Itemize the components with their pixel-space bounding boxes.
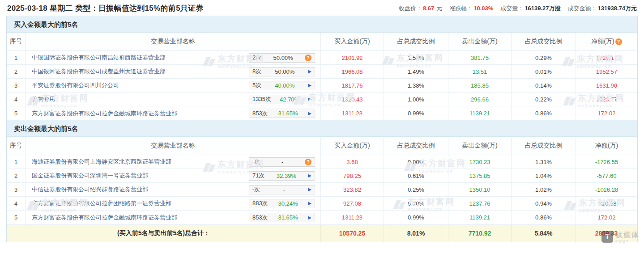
buy-ratio: 1.38% [384,79,448,92]
sell-ratio: 0.22% [512,93,576,106]
net-amount: 1631.90 [576,79,637,92]
branch-cell: 东方财富证券股份有限公司拉萨金融城南环路证券营业部 853次 31.65% ▶ [26,106,321,120]
sell-ratio: 0.14% [512,79,576,92]
stock-stats: 收盘价： 8.67 元 涨跌幅： 10.03% 成交量： 16139.27万股 … [399,4,637,13]
col-header-branch-name: 交易营业部名称 [26,137,321,155]
stat-close-price: 收盘价： 8.67 元 [399,4,442,13]
help-icon[interactable]: ? [615,38,622,45]
branch-cell: 中国银河证券股份有限公司成都益州大道证券营业部 8次 50.00% ▶ [26,65,321,78]
buy-ratio: 0.00% [384,155,448,169]
branch-link[interactable]: 国金证券股份有限公司深圳湾一号证券营业部 [32,172,148,180]
sell-amount: 1350.10 [448,183,512,196]
buy-ratio: 0.70% [384,197,448,210]
buy-ratio: 0.99% [384,106,448,120]
buy-amount: 1966.08 [321,65,384,78]
sell-section-title: 卖出金额最大的前5名 [7,120,637,137]
row-index: 1 [7,51,26,64]
buy-ratio: 0.61% [384,169,448,182]
sell-amount: 296.66 [448,93,512,106]
win-rate: 50.00% [273,55,293,61]
top-bar: 2025-03-18 星期二 类型：日振幅值达到15%的前5只证券 收盘价： 8… [0,0,644,16]
stat-label: 成交量： [500,4,524,13]
table-row: 5 东方财富证券股份有限公司拉萨金融城南环路证券营业部 853次 31.65% … [7,211,637,224]
net-amount: -310.68 [576,197,637,210]
net-amount: 1023.77 [576,93,637,106]
buy-ratio: 1.00% [384,93,448,106]
lhb-stats-badge[interactable]: -次 - ▶ [249,185,315,194]
lhb-stats-badge[interactable]: 853次 31.65% ▶ [249,213,315,222]
appearance-count: 1335次 [252,95,271,103]
expand-arrow-icon[interactable]: ▶ [308,111,311,116]
branch-link[interactable]: 机构专用 [32,95,55,103]
branch-link[interactable]: 中银国际证券股份有限公司南昌站前西路证券营业部 [32,54,166,62]
appearance-count: -次 [252,186,260,194]
table-row: 1 中银国际证券股份有限公司南昌站前西路证券营业部 2次 50.00% ? 21… [7,51,637,65]
buy-amount: 323.82 [321,183,384,196]
row-index: 4 [7,197,26,210]
col-header-net-label: 净额(万) [595,142,618,150]
expand-arrow-icon[interactable]: ▶ [308,215,311,220]
row-index: 4 [7,93,26,106]
lhb-stats-badge[interactable]: 71次 32.39% ▶ [249,171,315,181]
buy-table-header: 序号 交易营业部名称 买入金额(万) 占总成交比例 卖出金额(万) 占总成交比例… [7,33,637,51]
expand-arrow-icon[interactable]: ▶ [308,173,311,178]
col-header-buy-ratio: 占总成交比例 [384,137,448,155]
col-header-buy-amount: 买入金额(万) [321,33,384,51]
page-title: 2025-03-18 星期二 类型：日振幅值达到15%的前5只证券 [7,3,204,13]
stat-label: 收盘价： [399,4,422,13]
stat-label: 涨跌幅： [449,4,473,13]
branch-link[interactable]: 中国银河证券股份有限公司成都益州大道证券营业部 [32,67,166,76]
appearance-count: 853次 [252,214,268,222]
branch-link[interactable]: 海通证券股份有限公司上海静安区北京西路证券营业部 [32,158,171,166]
net-amount: 172.02 [576,211,637,224]
lhb-stats-badge[interactable]: 883次 30.24% ▶ [249,199,315,208]
appearance-count: 883次 [252,199,268,207]
table-row: 2 国金证券股份有限公司深圳湾一号证券营业部 71次 32.39% ▶ 798.… [7,169,637,183]
sell-ratio: 1.04% [512,169,576,182]
expand-arrow-icon[interactable]: ▶ [308,201,311,206]
stat-value: 16139.27万股 [525,4,560,13]
badge-question-icon[interactable]: ? [305,55,311,61]
lhb-stats-badge[interactable]: 8次 50.00% ▶ [249,67,315,76]
expand-arrow-icon[interactable]: ▶ [308,187,311,192]
col-header-buy-ratio: 占总成交比例 [384,33,448,51]
buy-ratio: 1.59% [384,51,448,64]
expand-arrow-icon[interactable]: ▶ [308,97,311,101]
table-row: 5 东方财富证券股份有限公司拉萨金融城南环路证券营业部 853次 31.65% … [7,106,637,120]
sell-amount: 1730.23 [448,155,512,169]
expand-arrow-icon[interactable]: ▶ [308,69,311,74]
col-header-index: 序号 [7,33,26,51]
sell-ratio: 0.29% [512,51,576,64]
stat-value: 8.67 [423,5,434,12]
lhb-stats-badge[interactable]: 5次 40.00% ▶ [249,81,315,90]
sell-amount: 185.85 [448,79,512,92]
branch-link[interactable]: 东方财富证券股份有限公司拉萨金融城南环路证券营业部 [32,214,177,222]
lhb-board: 买入金额最大的前5名 序号 交易营业部名称 买入金额(万) 占总成交比例 卖出金… [6,16,638,242]
branch-link[interactable]: 中信证券股份有限公司绍兴群贤路证券营业部 [32,186,148,194]
lhb-stats-badge[interactable]: -次 - ? [249,157,315,167]
branch-link[interactable]: 平安证券股份有限公司四川分公司 [32,81,119,89]
branch-cell: 东方财富证券股份有限公司拉萨团结路第一证券营业部 883次 30.24% ▶ [26,197,321,210]
expand-arrow-icon[interactable]: ▶ [308,83,311,88]
net-amount: 1952.57 [576,65,637,78]
lhb-stats-badge[interactable]: 2次 50.00% ? [249,53,315,63]
appearance-count: 8次 [252,67,261,76]
badge-question-icon[interactable]: ? [305,159,311,165]
table-row: 4 机构专用 1335次 42.70% ▶ 1320.43 1.00% 296.… [7,93,637,106]
lhb-stats-badge[interactable]: 1335次 42.70% ▶ [249,95,315,104]
total-sell-ratio: 5.84% [512,225,576,242]
stat-label: 成交金额： [568,4,597,13]
branch-link[interactable]: 东方财富证券股份有限公司拉萨团结路第一证券营业部 [32,199,171,207]
sell-amount: 1375.85 [448,169,512,182]
branch-link[interactable]: 东方财富证券股份有限公司拉萨金融城南环路证券营业部 [32,110,177,118]
table-row: 2 中国银河证券股份有限公司成都益州大道证券营业部 8次 50.00% ▶ 19… [7,65,637,79]
sell-ratio: 1.02% [512,183,576,196]
branch-cell: 平安证券股份有限公司四川分公司 5次 40.00% ▶ [26,79,321,92]
stat-change-pct: 涨跌幅： 10.03% [449,4,493,13]
win-rate: 31.65% [278,214,298,221]
buy-amount: 1320.43 [321,93,384,106]
buy-table-section: 买入金额最大的前5名 序号 交易营业部名称 买入金额(万) 占总成交比例 卖出金… [7,16,637,120]
lhb-stats-badge[interactable]: 853次 31.65% ▶ [249,109,315,118]
branch-cell: 国金证券股份有限公司深圳湾一号证券营业部 71次 32.39% ▶ [26,169,321,182]
stat-volume: 成交量： 16139.27万股 [500,4,560,13]
